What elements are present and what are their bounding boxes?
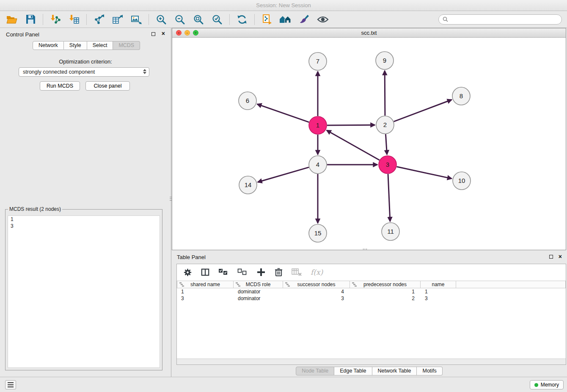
result-item[interactable]: 1 [8,216,160,223]
table-cell[interactable]: 1 [177,288,234,295]
graph-edge-4-14[interactable] [258,167,309,182]
task-history-button[interactable] [5,380,16,389]
tab-edge-table[interactable]: Edge Table [334,367,372,375]
mcds-result-title: MCDS result (2 nodes) [8,206,62,212]
table-settings-button[interactable] [183,268,192,277]
close-window-icon[interactable]: × [176,30,182,36]
toolbar-separator [43,14,43,25]
zoom-fit-icon [193,14,204,25]
tab-mcds[interactable]: MCDS [113,41,140,50]
copy-network-button[interactable] [258,12,276,27]
mcds-result-list[interactable]: 1 3 [8,215,160,368]
column-header-predecessor-nodes[interactable]: predecessor nodes [350,281,421,288]
search-icon [443,17,448,22]
export-table-button[interactable] [108,12,127,27]
maximize-window-icon[interactable]: + [193,30,198,36]
tab-network[interactable]: Network [33,41,64,50]
minimize-window-icon[interactable]: − [184,30,190,36]
graph-edge-2-9[interactable] [385,71,385,116]
table-cell[interactable]: 3 [177,295,234,302]
column-header-name[interactable]: name [421,281,456,288]
style-brush-button[interactable] [295,12,314,27]
graph-edge-1-2[interactable] [327,125,375,125]
show-columns-button[interactable] [201,268,209,276]
network-canvas[interactable]: 7968124314101511 [172,38,566,250]
criterion-select[interactable]: strongly connected component [19,67,149,77]
zoom-in-button[interactable] [152,12,171,27]
select-all-icon [218,268,228,276]
graph-edge-2-3[interactable] [385,134,387,155]
close-table-panel-icon[interactable]: × [559,254,562,259]
close-control-panel-icon[interactable]: × [162,30,165,36]
result-item[interactable]: 3 [8,223,160,229]
tab-node-table[interactable]: Node Table [296,367,334,375]
delete-column-button[interactable] [275,268,283,277]
table-row[interactable]: 1 dominator 4 1 1 [177,288,566,295]
window-titlebar[interactable]: Session: New Session [0,0,567,11]
column-header-successor-nodes[interactable]: successor nodes [283,281,350,288]
zoom-selected-button[interactable] [208,12,226,27]
table-cell[interactable]: 1 [350,288,421,295]
table-panel-title: Table Panel [177,254,206,260]
network-window: × − + scc.txt 7968124314101511 [172,28,566,250]
select-all-columns-button[interactable] [218,268,228,276]
tab-select[interactable]: Select [87,41,113,50]
tab-style[interactable]: Style [64,41,87,50]
graph-edge-3-11[interactable] [388,174,390,221]
import-table-icon [69,14,80,25]
graph-node-label: 9 [383,57,386,64]
column-header-shared-name[interactable]: shared name [177,281,234,288]
table-row[interactable]: 3 dominator 3 2 3 [177,295,566,302]
close-panel-button[interactable]: Close panel [85,81,130,91]
table-scrollbar-strip[interactable] [177,359,566,364]
copy-network-icon [262,14,272,25]
search-input[interactable] [451,15,561,24]
export-image-button[interactable] [127,12,146,27]
table-cell[interactable]: 4 [283,288,350,295]
search-box[interactable] [438,14,562,25]
function-icon: f(x) [311,268,323,276]
graph-edge-3-10[interactable] [397,167,452,179]
column-header-mcds-role[interactable]: MCDS role [234,281,283,288]
graph-node-label: 6 [246,97,249,104]
deselect-all-icon [237,268,248,276]
graph-node-label: 7 [316,58,319,65]
create-column-button[interactable] [256,268,266,277]
save-session-button[interactable] [21,12,40,27]
save-icon [26,14,36,24]
show-hide-button[interactable] [314,12,332,27]
first-neighbors-button[interactable] [276,12,295,27]
zoom-fit-button[interactable] [189,12,208,27]
graph-edge-3-1[interactable] [327,130,380,160]
toolbar-separator [149,14,149,25]
run-mcds-button[interactable]: Run MCDS [40,81,80,91]
deselect-all-columns-button[interactable] [237,268,248,276]
tab-motifs[interactable]: Motifs [417,367,442,375]
float-table-panel-icon[interactable] [549,255,553,259]
window-title: Session: New Session [256,2,311,8]
table-cell[interactable]: 1 [421,288,456,295]
apply-layout-button[interactable] [233,12,251,27]
tab-network-table[interactable]: Network Table [372,367,417,375]
trash-icon [275,268,283,277]
vertical-splitter-grip[interactable] [170,196,172,204]
import-table-button[interactable] [65,12,83,27]
delete-table-button[interactable] [292,268,302,276]
network-window-titlebar[interactable]: × − + scc.txt [172,28,566,38]
memory-button[interactable]: Memory [530,380,564,389]
open-session-button[interactable] [3,12,21,27]
import-network-button[interactable] [46,12,65,27]
table-cell[interactable]: 3 [283,295,350,302]
open-folder-icon [6,15,17,24]
function-builder-button[interactable]: f(x) [311,268,323,276]
float-panel-icon[interactable] [151,32,155,36]
graph-edge-1-6[interactable] [257,104,309,122]
table-cell[interactable]: dominator [234,295,283,302]
table-cell[interactable]: dominator [234,288,283,295]
table-cell[interactable]: 2 [350,295,421,302]
export-network-button[interactable] [90,12,108,27]
table-cell[interactable]: 3 [421,295,456,302]
graph-edge-2-8[interactable] [394,100,452,122]
zoom-out-button[interactable] [171,12,189,27]
control-panel: Control Panel × Network Style Select MCD… [0,28,171,377]
